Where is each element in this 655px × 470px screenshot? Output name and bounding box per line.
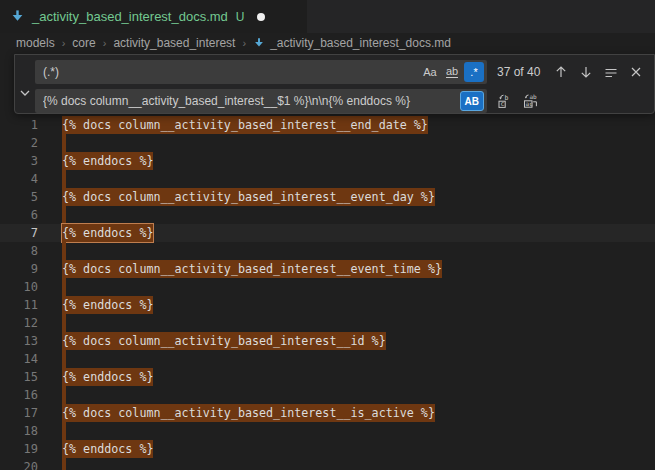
line-number: 16 — [0, 386, 38, 404]
code-line[interactable]: 4 — [0, 170, 655, 188]
line-number: 17 — [0, 404, 38, 422]
code-line-current[interactable]: 7{% enddocs %} — [0, 224, 655, 242]
line-number: 1 — [0, 116, 38, 134]
breadcrumb-file-label: _activity_based_interest_docs.md — [270, 36, 451, 50]
find-match: {% docs column__activity_based_interest_… — [62, 188, 435, 206]
breadcrumb-item[interactable]: core — [72, 36, 95, 50]
line-number: 8 — [0, 242, 38, 260]
code-line[interactable]: 12 — [0, 314, 655, 332]
line-content: {% enddocs %} — [62, 152, 153, 170]
breadcrumb-item[interactable]: activity_based_interest — [113, 36, 235, 50]
markdown-file-icon — [10, 9, 25, 24]
find-match: {% docs column__activity_based_interest_… — [62, 116, 428, 134]
git-status-badge: U — [236, 10, 245, 24]
code-line[interactable]: 13{% docs column__activity_based_interes… — [0, 332, 655, 350]
code-line[interactable]: 2 — [0, 134, 655, 152]
arrow-down-icon — [579, 65, 593, 79]
line-number: 3 — [0, 152, 38, 170]
tab-active-file[interactable]: _activity_based_interest_docs.md U — [0, 0, 307, 33]
code-line[interactable]: 3{% enddocs %} — [0, 152, 655, 170]
vscode-window: { "tab": { "filename": "_activity_based_… — [0, 0, 655, 470]
code-lines: 1{% docs column__activity_based_interest… — [0, 53, 655, 470]
find-match-empty — [62, 386, 66, 404]
code-line[interactable]: 5{% docs column__activity_based_interest… — [0, 188, 655, 206]
previous-match-button[interactable] — [551, 62, 571, 82]
find-match-empty — [62, 242, 66, 260]
replace-all-button[interactable]: ab ac — [521, 91, 541, 111]
breadcrumb-separator: › — [62, 37, 66, 49]
code-editor[interactable]: 1{% docs column__activity_based_interest… — [0, 53, 655, 470]
find-in-selection-button[interactable] — [601, 62, 621, 82]
breadcrumb-separator: › — [242, 37, 246, 49]
line-content — [62, 458, 66, 470]
line-content — [62, 242, 66, 260]
find-query-text: (.*) — [43, 65, 418, 79]
find-match-empty — [62, 170, 66, 188]
line-content — [62, 278, 66, 296]
line-content: {% docs column__activity_based_interest_… — [62, 404, 435, 422]
replace-button[interactable]: b c — [495, 91, 515, 111]
regex-toggle[interactable]: .* — [464, 62, 484, 82]
replace-all-icon: ab ac — [523, 93, 539, 109]
line-number: 19 — [0, 440, 38, 458]
line-content — [62, 386, 66, 404]
breadcrumb-item-file[interactable]: _activity_based_interest_docs.md — [253, 36, 451, 50]
find-match: {% docs column__activity_based_interest_… — [62, 332, 386, 350]
code-line[interactable]: 11{% enddocs %} — [0, 296, 655, 314]
line-content — [62, 422, 66, 440]
chevron-down-icon — [19, 87, 31, 99]
replace-input[interactable]: {% docs column__activity_based_interest_… — [35, 89, 487, 113]
find-input[interactable]: (.*) Aa ab .* — [35, 60, 487, 84]
find-match-current: {% enddocs %} — [62, 224, 153, 242]
line-content — [62, 206, 66, 224]
code-line[interactable]: 10 — [0, 278, 655, 296]
toggle-replace-button[interactable] — [15, 55, 35, 113]
close-find-button[interactable] — [626, 62, 646, 82]
find-match-empty — [62, 458, 66, 470]
find-match-empty — [62, 350, 66, 368]
selection-lines-icon — [604, 65, 618, 79]
line-number: 13 — [0, 332, 38, 350]
line-content: {% enddocs %} — [62, 440, 153, 458]
code-line[interactable]: 20 — [0, 458, 655, 470]
code-line[interactable]: 8 — [0, 242, 655, 260]
line-content: {% docs column__activity_based_interest_… — [62, 332, 386, 350]
line-content — [62, 134, 66, 152]
line-content — [62, 350, 66, 368]
svg-text:b: b — [505, 94, 509, 102]
line-number: 4 — [0, 170, 38, 188]
find-match-empty — [62, 278, 66, 296]
line-content — [62, 314, 66, 332]
svg-text:ac: ac — [526, 100, 534, 107]
arrow-up-icon — [554, 65, 568, 79]
line-number: 20 — [0, 458, 38, 470]
match-case-toggle[interactable]: Aa — [420, 62, 440, 82]
code-line[interactable]: 16 — [0, 386, 655, 404]
breadcrumb: models›core›activity_based_interest›_act… — [0, 33, 655, 53]
line-number: 5 — [0, 188, 38, 206]
whole-word-toggle[interactable]: ab — [442, 62, 462, 82]
svg-text:c: c — [500, 100, 504, 108]
markdown-file-icon — [253, 37, 265, 49]
code-line[interactable]: 18 — [0, 422, 655, 440]
unsaved-changes-dot[interactable] — [257, 13, 265, 21]
code-line[interactable]: 17{% docs column__activity_based_interes… — [0, 404, 655, 422]
code-line[interactable]: 1{% docs column__activity_based_interest… — [0, 116, 655, 134]
code-line[interactable]: 19{% enddocs %} — [0, 440, 655, 458]
close-icon — [630, 66, 642, 78]
breadcrumb-item[interactable]: models — [16, 36, 55, 50]
find-match-empty — [62, 422, 66, 440]
replace-row: {% docs column__activity_based_interest_… — [35, 89, 654, 113]
code-line[interactable]: 6 — [0, 206, 655, 224]
find-match-empty — [62, 314, 66, 332]
find-replace-widget: (.*) Aa ab .* 37 of 40 — [14, 54, 655, 114]
line-content: {% enddocs %} — [62, 368, 153, 386]
match-count: 37 of 40 — [497, 65, 540, 79]
line-number: 2 — [0, 134, 38, 152]
code-line[interactable]: 15{% enddocs %} — [0, 368, 655, 386]
line-number: 14 — [0, 350, 38, 368]
preserve-case-toggle[interactable]: AB — [460, 91, 484, 111]
code-line[interactable]: 9{% docs column__activity_based_interest… — [0, 260, 655, 278]
next-match-button[interactable] — [576, 62, 596, 82]
code-line[interactable]: 14 — [0, 350, 655, 368]
